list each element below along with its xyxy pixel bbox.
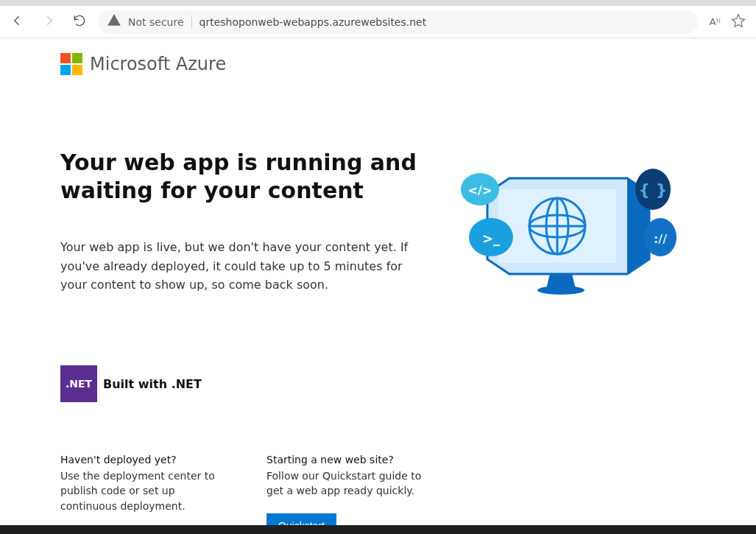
svg-text:{ }: { } xyxy=(639,180,668,199)
page-title: Your web app is running and waiting for … xyxy=(60,149,421,204)
page-content: Microsoft Azure Your web app is running … xyxy=(0,38,756,534)
url-text: qrteshoponweb-webapps.azurewebsites.net xyxy=(199,16,427,28)
card-quickstart: Starting a new web site? Follow our Quic… xyxy=(266,454,428,534)
brand-text: Microsoft Azure xyxy=(90,54,226,74)
page-description: Your web app is live, but we don't have … xyxy=(60,238,421,295)
address-bar: Not secure qrteshoponweb-webapps.azurewe… xyxy=(0,6,756,38)
hero-illustration: </> >_ { } :// xyxy=(451,149,686,314)
card-title: Haven't deployed yet? xyxy=(60,454,222,466)
card-deployment: Haven't deployed yet? Use the deployment… xyxy=(60,454,222,534)
brand-row: Microsoft Azure xyxy=(60,53,730,75)
svg-text:>_: >_ xyxy=(482,231,500,246)
forward-icon[interactable] xyxy=(41,13,56,31)
built-with-row: .NET Built with .NET xyxy=(60,365,730,402)
address-box[interactable]: Not secure qrteshoponweb-webapps.azurewe… xyxy=(99,10,698,34)
browser-chrome: Not secure qrteshoponweb-webapps.azurewe… xyxy=(0,0,756,38)
read-aloud-icon[interactable]: A⁾⁾ xyxy=(710,16,721,27)
not-secure-icon xyxy=(107,14,121,29)
svg-text:://: :// xyxy=(654,232,667,246)
not-secure-label: Not secure xyxy=(128,16,184,28)
dotnet-badge-icon: .NET xyxy=(60,365,97,402)
tab-strip xyxy=(0,0,756,6)
card-desc: Follow our Quickstart guide to get a web… xyxy=(266,468,428,499)
taskbar[interactable] xyxy=(0,525,756,534)
card-desc: Use the deployment center to publish cod… xyxy=(60,468,222,513)
refresh-icon[interactable] xyxy=(72,13,87,31)
svg-text:</>: </> xyxy=(468,183,492,197)
svg-point-9 xyxy=(537,286,584,295)
back-icon[interactable] xyxy=(10,13,25,31)
card-title: Starting a new web site? xyxy=(266,454,428,466)
microsoft-logo-icon xyxy=(60,53,82,75)
favorite-icon[interactable] xyxy=(731,13,746,31)
built-with-text: Built with .NET xyxy=(103,377,202,391)
